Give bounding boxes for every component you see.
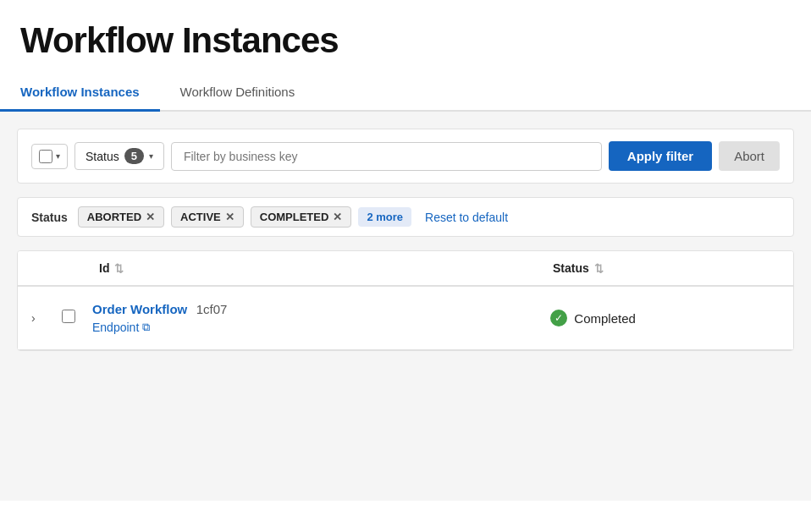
apply-filter-button[interactable]: Apply filter	[609, 141, 712, 171]
tab-workflow-instances[interactable]: Workflow Instances	[0, 74, 160, 112]
row-id-area: Order Workflow 1cf07 Endpoint ⧉	[92, 302, 550, 334]
filter-row: ▾ Status 5 ▾ Apply filter Abort	[17, 129, 794, 184]
abort-button[interactable]: Abort	[719, 141, 780, 171]
business-key-filter-input[interactable]	[171, 142, 602, 171]
workflow-id: 1cf07	[196, 302, 228, 316]
endpoint-link[interactable]: Endpoint ⧉	[92, 321, 550, 334]
filter-tag-active[interactable]: ACTIVE ✕	[171, 206, 244, 228]
reset-to-default-link[interactable]: Reset to default	[425, 211, 508, 224]
status-text: Completed	[574, 311, 636, 326]
row-checkbox-area[interactable]	[62, 310, 82, 326]
select-all-checkbox-area[interactable]: ▾	[31, 144, 68, 169]
column-header-id: Id ⇅	[31, 261, 553, 275]
status-dropdown-chevron: ▾	[149, 151, 153, 161]
external-link-icon: ⧉	[142, 321, 150, 334]
remove-completed-tag-icon[interactable]: ✕	[333, 211, 342, 223]
status-label: Status	[86, 150, 119, 163]
page-header: Workflow Instances	[0, 0, 811, 68]
status-sort-icon[interactable]: ⇅	[594, 262, 604, 275]
id-sort-icon[interactable]: ⇅	[114, 262, 124, 275]
column-header-status: Status ⇅	[553, 261, 780, 275]
main-content: ▾ Status 5 ▾ Apply filter Abort Status A…	[0, 112, 811, 501]
filter-tags-row: Status ABORTED ✕ ACTIVE ✕ COMPLETED ✕ 2 …	[17, 197, 794, 237]
row-expand-icon[interactable]: ›	[31, 311, 52, 325]
page-title: Workflow Instances	[20, 20, 791, 61]
filter-tags-label: Status	[31, 211, 68, 224]
table-header: Id ⇅ Status ⇅	[18, 251, 793, 287]
remove-active-tag-icon[interactable]: ✕	[225, 211, 234, 223]
workflow-name[interactable]: Order Workflow	[92, 302, 187, 316]
filter-tag-completed[interactable]: COMPLETED ✕	[251, 206, 352, 228]
select-all-checkbox[interactable]	[39, 150, 52, 163]
more-tags-badge[interactable]: 2 more	[358, 207, 411, 227]
checkbox-dropdown-chevron[interactable]: ▾	[56, 151, 60, 161]
tabs-bar: Workflow Instances Workflow Definitions	[0, 74, 811, 112]
status-count-badge: 5	[124, 148, 144, 164]
table-row: › Order Workflow 1cf07 Endpoint ⧉ ✓ Comp…	[18, 287, 793, 350]
status-dropdown[interactable]: Status 5 ▾	[74, 142, 164, 170]
remove-aborted-tag-icon[interactable]: ✕	[146, 211, 155, 223]
workflow-instances-table: Id ⇅ Status ⇅ › Order Workflow 1cf07 End…	[17, 250, 794, 351]
row-status-area: ✓ Completed	[550, 310, 780, 326]
tab-workflow-definitions[interactable]: Workflow Definitions	[160, 74, 316, 112]
filter-tag-aborted[interactable]: ABORTED ✕	[78, 206, 164, 228]
row-select-checkbox[interactable]	[62, 310, 75, 323]
completed-status-icon: ✓	[550, 310, 567, 326]
workflow-name-line: Order Workflow 1cf07	[92, 302, 550, 317]
